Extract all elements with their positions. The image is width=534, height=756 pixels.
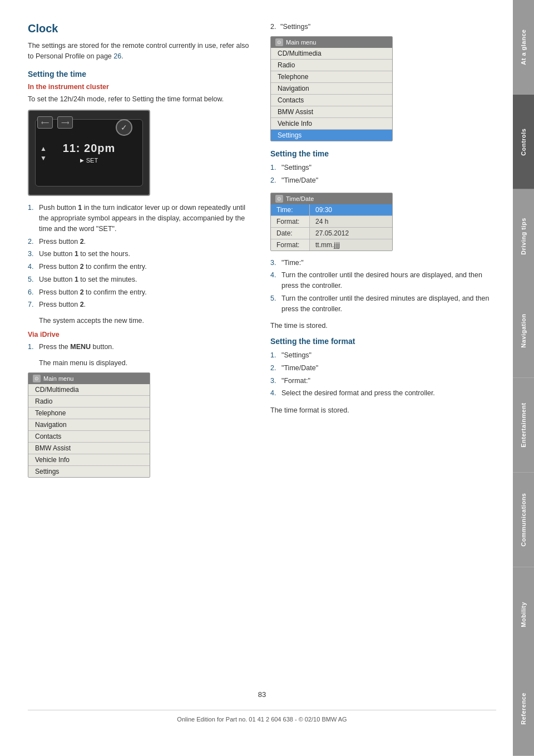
td-value: 27.05.2012 <box>310 228 392 239</box>
step-continued-5: 5. Turn the controller until the desired… <box>270 293 496 315</box>
intro-text: The settings are stored for the remote c… <box>28 42 249 60</box>
menu-item: BMW Assist <box>28 443 150 454</box>
menu-title-bar-1: ⊙ Main menu <box>28 373 150 384</box>
td-value: tt.mm.jjjj <box>310 239 392 251</box>
via-idrive-step-1: 1. Press the MENU button. <box>28 342 254 352</box>
step2-text: "Settings" <box>280 23 310 31</box>
sidebar-tab-entertainment[interactable]: Entertainment <box>513 378 534 473</box>
via-idrive-heading: Via iDrive <box>28 331 254 338</box>
sidebar-tab-driving[interactable]: Driving tips <box>513 189 534 284</box>
format-step-2: 2. "Time/Date" <box>270 363 496 374</box>
sidebar-tab-communications[interactable]: Communications <box>513 473 534 567</box>
cluster-icon-1: ⟵ <box>37 116 53 129</box>
sidebar-tab-navigation[interactable]: Navigation <box>513 283 534 378</box>
timedate-row: Format:tt.mm.jjjj <box>271 239 392 251</box>
setting-time-steps: 1. "Settings" 2. "Time/Date" <box>270 163 496 186</box>
td-label: Format: <box>271 216 310 227</box>
menu-item: CD/Multimedia <box>271 48 392 60</box>
td-label: Date: <box>271 228 310 239</box>
step-c4-num: 4. <box>270 270 276 281</box>
menu1-items: CD/MultimediaRadioTelephoneNavigationCon… <box>28 384 150 477</box>
step-5-num: 5. <box>28 274 33 285</box>
sidebar-tab-reference-label: Reference <box>520 693 527 725</box>
menu-item: CD/Multimedia <box>28 384 150 396</box>
cluster-icons: ⟵ ⟶ <box>37 116 73 129</box>
setting-time-step-1-num: 1. <box>270 163 276 173</box>
sidebar-tab-mobility[interactable]: Mobility <box>513 567 534 662</box>
td-label: Time: <box>271 204 310 215</box>
sidebar-tab-navigation-label: Navigation <box>520 314 527 348</box>
step-3-num: 3. <box>28 249 33 259</box>
menu-item: Telephone <box>271 71 392 83</box>
step-4-text: Press button 2 to confirm the entry. <box>39 263 147 271</box>
right-column: 2. "Settings" ⊙ Main menu CD/MultimediaR… <box>270 22 496 690</box>
timedate-row: Date:27.05.2012 <box>271 228 392 239</box>
via-idrive-step-1-text: Press the MENU button. <box>39 343 114 351</box>
intro-paragraph: The settings are stored for the remote c… <box>28 41 254 62</box>
menu-item: BMW Assist <box>271 106 392 118</box>
intro-end: . <box>121 52 123 60</box>
sidebar-tab-controls[interactable]: Controls <box>513 95 534 189</box>
format-step-3: 3. "Format:" <box>270 376 496 386</box>
step-1-text: Push button 1 in the turn indicator leve… <box>39 204 245 233</box>
td-label: Format: <box>271 239 310 251</box>
step-c4-text: Turn the controller until the desired ho… <box>281 271 482 289</box>
instrument-note: To set the 12h/24h mode, refer to Settin… <box>28 94 254 105</box>
td-value: 24 h <box>310 216 392 227</box>
page-link[interactable]: 26 <box>113 52 121 60</box>
step-5-text: Use button 1 to set the minutes. <box>39 276 137 283</box>
step-2-num: 2. <box>28 237 33 247</box>
setting-time-step-2: 2. "Time/Date" <box>270 175 496 186</box>
menu-title-label-2: Main menu <box>286 39 316 46</box>
td-value: 09:30 <box>310 204 392 215</box>
setting-time-heading: Setting the time <box>28 70 254 78</box>
sidebar-tab-driving-label: Driving tips <box>520 218 527 255</box>
step-4: 4. Press button 2 to confirm the entry. <box>28 262 254 272</box>
format-steps-list: 1. "Settings" 2. "Time/Date" 3. "Format:… <box>270 350 496 399</box>
menu-item: Settings <box>28 466 150 477</box>
step-6-text: Press button 2 to confirm the entry. <box>39 288 147 296</box>
page-title: Clock <box>28 22 254 35</box>
step-2-text: Press button 2. <box>39 238 86 246</box>
sidebar-tab-reference[interactable]: Reference <box>513 661 534 756</box>
timedate-title-label: Time/Date <box>286 195 314 202</box>
step-continued-3: 3. "Time:" <box>270 258 496 268</box>
setting-time-step-1: 1. "Settings" <box>270 163 496 173</box>
setting-time-step-1-text: "Settings" <box>281 164 312 171</box>
cluster-set-label: SET <box>80 157 98 164</box>
left-column: Clock The settings are stored for the re… <box>28 22 254 690</box>
step-continued-4: 4. Turn the controller until the desired… <box>270 270 496 291</box>
step-2: 2. Press button 2. <box>28 237 254 247</box>
step-4-bold: 2 <box>80 263 84 271</box>
format-step-2-num: 2. <box>270 363 276 374</box>
menu-title-label-1: Main menu <box>43 375 73 382</box>
step-6: 6. Press button 2 to confirm the entry. <box>28 287 254 298</box>
timedate-row: Time:09:30 <box>271 204 392 216</box>
step2-settings: 2. "Settings" <box>270 22 496 31</box>
cluster-arrows: ▲ ▼ <box>40 144 47 161</box>
step-7: 7. Press button 2. <box>28 300 254 310</box>
instrument-steps-list: 1. Push button 1 in the turn indicator l… <box>28 203 254 310</box>
format-step-1-num: 1. <box>270 350 276 361</box>
cluster-time: 11: 20pm <box>63 142 116 155</box>
step-7-num: 7. <box>28 300 33 310</box>
arrow-down: ▼ <box>40 154 47 161</box>
two-column-layout: Clock The settings are stored for the re… <box>28 22 496 690</box>
time-format-stored-text: The time format is stored. <box>270 405 496 416</box>
sidebar-tab-at-glance[interactable]: At a glance <box>513 0 534 95</box>
step-2-bold: 2 <box>80 238 84 246</box>
main-content: Clock The settings are stored for the re… <box>0 0 513 756</box>
setting-time-heading-right: Setting the time <box>270 149 496 158</box>
step-3-bold: 1 <box>75 250 78 258</box>
step-7-bold: 2 <box>80 301 84 308</box>
step-c5-text: Turn the controller until the desired mi… <box>281 294 489 313</box>
main-menu-note: The main menu is displayed. <box>28 358 254 369</box>
page-container: Clock The settings are stored for the re… <box>0 0 534 756</box>
sidebar-tab-entertainment-label: Entertainment <box>520 403 527 448</box>
step-c3-num: 3. <box>270 258 276 268</box>
menu-item: Vehicle Info <box>271 118 392 130</box>
menu-item: Radio <box>271 60 392 71</box>
format-step-3-num: 3. <box>270 376 276 386</box>
step-1-bold: 1 <box>78 204 82 212</box>
instrument-cluster-heading: In the instrument cluster <box>28 83 254 91</box>
